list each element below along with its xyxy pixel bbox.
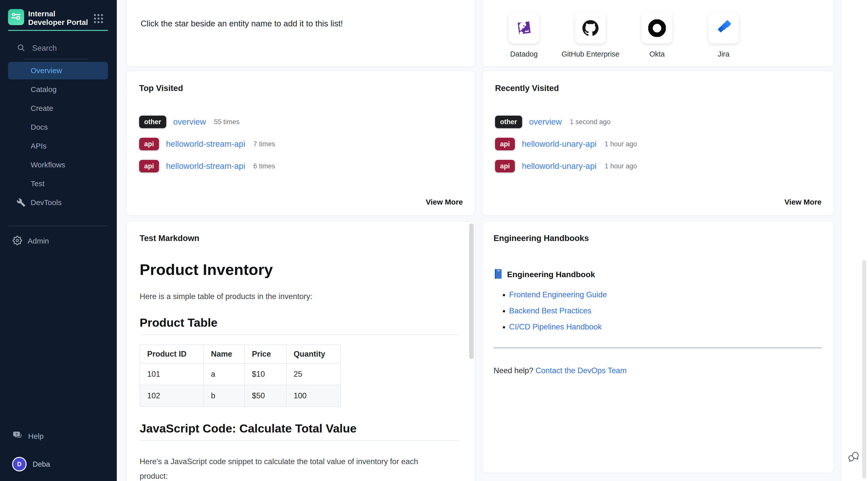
sidebar-item-create[interactable]: Create — [8, 99, 108, 117]
visit-time: 1 hour ago — [604, 162, 637, 170]
sidebar-item-devtools[interactable]: DevTools — [8, 194, 108, 211]
search-label: Search — [32, 44, 57, 53]
table-cell: 25 — [286, 363, 341, 385]
contact-devops-link[interactable]: Contact the DevOps Team — [535, 366, 627, 375]
markdown-paragraph: Here is a simple table of products in th… — [140, 292, 460, 301]
svg-text:?: ? — [15, 432, 18, 436]
app-grid-icon[interactable] — [93, 13, 104, 24]
visit-time: 1 second ago — [570, 118, 611, 126]
page-scrollbar-thumb[interactable] — [862, 260, 866, 478]
datadog-logo — [508, 13, 539, 43]
admin-label: Admin — [28, 237, 49, 245]
nav-label: APIs — [31, 142, 46, 150]
column-header: Price — [245, 345, 286, 363]
product-table: Product ID Name Price Quantity 101 a $10… — [140, 344, 341, 407]
handbook-link-cicd[interactable]: CI/CD Pipelines Handbook — [509, 323, 602, 331]
toolkit-card: Datadog GitHub Enterprise Okta — [482, 0, 834, 67]
nav-label: Catalog — [31, 85, 57, 94]
handbook-link-backend[interactable]: Backend Best Practices — [509, 306, 591, 315]
recently-visited-card: Recently Visited other overview 1 second… — [482, 71, 834, 216]
card-title: Recently Visited — [495, 84, 822, 93]
table-row: 102 b $50 100 — [140, 385, 341, 407]
app-window: Internal Developer Portal Search Overvie… — [0, 0, 868, 481]
nav-label: Docs — [31, 123, 48, 131]
sidebar-item-help[interactable]: ? Help — [12, 431, 44, 442]
sidebar-item-apis[interactable]: APIs — [8, 137, 108, 155]
jira-logo — [708, 13, 739, 43]
handbook-section-label: Engineering Handbook — [507, 270, 595, 279]
table-cell: $50 — [245, 385, 286, 407]
markdown-h1: Product Inventory — [140, 261, 460, 278]
kind-chip: api — [139, 160, 159, 172]
toolkit-item-okta[interactable]: Okta — [642, 13, 672, 66]
handbook-section-heading: Engineering Handbook — [494, 269, 822, 280]
toolkit-item-datadog[interactable]: Datadog — [508, 13, 539, 66]
sidebar-item-admin[interactable]: Admin — [12, 236, 49, 246]
chat-widget-button[interactable] — [847, 450, 860, 463]
table-cell: 102 — [140, 385, 204, 407]
user-name: Deba — [33, 460, 50, 469]
markdown-paragraph: Here's a JavaScript code snippet to calc… — [140, 454, 431, 481]
card-title: Test Markdown — [140, 234, 460, 243]
entity-link[interactable]: overview — [529, 117, 562, 127]
okta-logo — [642, 13, 672, 43]
kind-chip: api — [139, 138, 159, 150]
view-more-button[interactable]: View More — [784, 198, 822, 206]
list-item: Frontend Engineering Guide — [509, 290, 822, 299]
visited-row: other overview 55 times — [139, 115, 463, 129]
sidebar-nav: Overview Catalog Create Docs APIs Workfl… — [8, 62, 108, 213]
kind-chip: other — [495, 116, 522, 128]
engineering-handbooks-card: Engineering Handbooks Engineering Handbo… — [482, 221, 834, 473]
sidebar-item-test[interactable]: Test — [8, 175, 108, 192]
visit-count: 7 times — [253, 140, 275, 148]
entity-link[interactable]: helloworld-stream-api — [166, 139, 245, 149]
sidebar-item-catalog[interactable]: Catalog — [8, 81, 108, 98]
entity-link[interactable]: overview — [173, 117, 206, 127]
nav-label: Workflows — [31, 160, 65, 169]
app-title: Internal Developer Portal — [28, 9, 93, 27]
column-header: Quantity — [286, 345, 341, 363]
list-item: Backend Best Practices — [509, 306, 822, 315]
markdown-h2: Product Table — [140, 315, 460, 335]
kind-chip: api — [495, 160, 515, 172]
card-title: Engineering Handbooks — [494, 234, 822, 243]
starred-entities-card: Click the star beside an entity name to … — [126, 0, 475, 67]
entity-link[interactable]: helloworld-unary-api — [522, 139, 596, 149]
visited-rows: other overview 1 second ago api hellowor… — [495, 115, 822, 173]
entity-link[interactable]: helloworld-stream-api — [166, 161, 245, 171]
view-more-button[interactable]: View More — [426, 198, 463, 206]
sidebar-item-overview[interactable]: Overview — [8, 62, 108, 80]
column-header: Product ID — [140, 345, 204, 363]
wrench-icon — [17, 198, 26, 207]
sidebar-divider — [8, 226, 108, 226]
handbook-links-list: Frontend Engineering Guide Backend Best … — [494, 290, 822, 331]
card-title: Top Visited — [139, 84, 463, 93]
tool-label: Jira — [718, 50, 730, 58]
starred-entities-message: Click the star beside an entity name to … — [141, 19, 461, 28]
handbook-link-frontend[interactable]: Frontend Engineering Guide — [509, 290, 607, 299]
sidebar-item-workflows[interactable]: Workflows — [8, 156, 108, 174]
nav-label: Test — [31, 179, 44, 188]
sidebar-item-docs[interactable]: Docs — [8, 118, 108, 136]
table-cell: 101 — [140, 363, 204, 385]
search-divider — [24, 59, 89, 59]
tool-label: GitHub Enterprise — [562, 50, 620, 58]
avatar: D — [12, 457, 27, 472]
toolkit-item-jira[interactable]: Jira — [708, 13, 739, 66]
card-scrollbar-thumb[interactable] — [469, 223, 474, 359]
help-prefix: Need help? — [494, 366, 535, 375]
table-cell: $10 — [245, 363, 286, 385]
table-cell: b — [204, 385, 245, 407]
app-logo[interactable] — [8, 9, 24, 25]
table-header-row: Product ID Name Price Quantity — [140, 345, 341, 363]
sidebar-accent-divider — [8, 30, 108, 31]
tool-label: Datadog — [510, 50, 538, 58]
github-logo — [575, 13, 606, 43]
toolkit-item-github[interactable]: GitHub Enterprise — [575, 13, 606, 66]
sidebar-search[interactable]: Search — [17, 42, 57, 54]
visit-count: 6 times — [253, 162, 275, 170]
sidebar-user[interactable]: D Deba — [12, 457, 50, 472]
nav-label: Create — [31, 104, 53, 113]
entity-link[interactable]: helloworld-unary-api — [522, 161, 596, 171]
nav-label: DevTools — [31, 198, 62, 207]
